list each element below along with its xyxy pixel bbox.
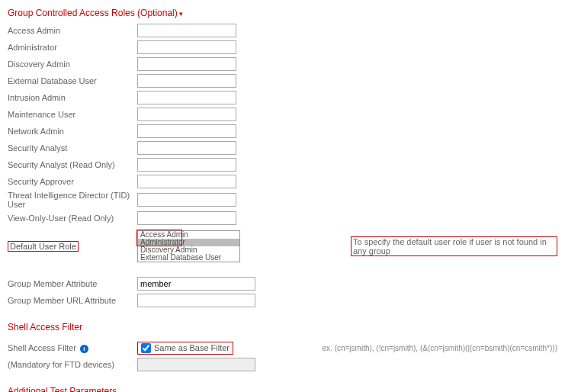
section-header-group-roles[interactable]: Group Controlled Access Roles (Optional) [8, 8, 557, 18]
label-view-only-ro: View-Only-User (Read Only) [8, 214, 137, 223]
input-security-analyst-ro[interactable] [137, 158, 236, 172]
input-security-analyst[interactable] [137, 141, 236, 155]
label-group-member-url-attr: Group Member URL Attribute [8, 296, 137, 305]
label-group-member-attr: Group Member Attribute [8, 279, 137, 288]
input-view-only-ro[interactable] [137, 211, 236, 225]
checkbox-same-as-base-filter[interactable] [141, 343, 151, 353]
label-administrator: Administrator [8, 43, 137, 52]
input-network-admin[interactable] [137, 124, 236, 138]
input-shell-filter [137, 358, 255, 371]
input-external-db-user[interactable] [137, 74, 236, 88]
label-shell-access-filter: Shell Access Filter [8, 343, 76, 352]
role-option-external-db-user[interactable]: External Database User [138, 254, 239, 262]
input-maintenance-user[interactable] [137, 108, 236, 121]
label-tid-user: Threat Intelligence Director (TID) User [8, 191, 137, 209]
input-tid-user[interactable] [137, 193, 236, 207]
label-network-admin: Network Admin [8, 127, 137, 136]
input-discovery-admin[interactable] [137, 57, 236, 71]
label-mandatory-ftd: (Mandatory for FTD devices) [8, 360, 137, 369]
label-security-analyst: Security Analyst [8, 143, 137, 153]
label-security-analyst-ro: Security Analyst (Read Only) [8, 160, 137, 169]
label-discovery-admin: Discovery Admin [8, 59, 137, 69]
label-default-user-role: Default User Role [8, 241, 79, 252]
input-group-member-url-attr[interactable] [137, 294, 255, 307]
label-maintenance-user: Maintenance User [8, 110, 137, 119]
default-user-role-listbox[interactable]: Access Admin Administrator Discovery Adm… [137, 230, 240, 262]
label-external-db-user: External Database User [8, 76, 137, 85]
input-group-member-attr[interactable] [137, 277, 255, 291]
input-access-admin[interactable] [137, 24, 236, 37]
default-role-note: To specify the default user role if user… [351, 236, 557, 256]
label-intrusion-admin: Intrusion Admin [8, 93, 137, 102]
section-header-shell-filter: Shell Access Filter [8, 322, 557, 333]
shell-filter-example: ex. (cn=jsmith), (!cn=jsmith), (&(cn=jsm… [323, 344, 557, 352]
checkbox-label-same-as-base: Same as Base Filter [154, 343, 230, 352]
info-icon[interactable]: i [80, 345, 88, 353]
section-header-test-params: Additional Test Parameters [8, 386, 557, 392]
input-administrator[interactable] [137, 40, 236, 54]
input-intrusion-admin[interactable] [137, 91, 236, 104]
label-security-approver: Security Approver [8, 177, 137, 186]
input-security-approver[interactable] [137, 175, 236, 188]
label-access-admin: Access Admin [8, 26, 137, 35]
